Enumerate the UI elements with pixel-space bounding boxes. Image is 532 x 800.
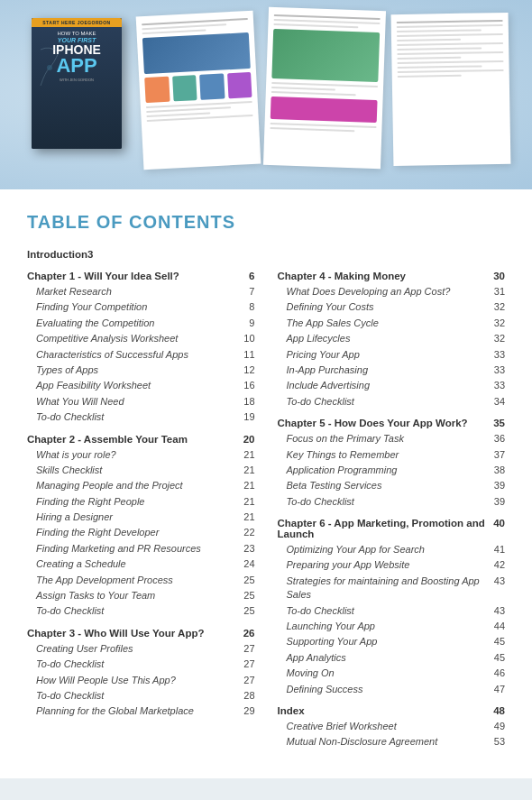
toc-item-title: Application Programming — [287, 464, 398, 477]
page-preview-3 — [391, 13, 511, 166]
toc-item-num: 39 — [487, 479, 505, 492]
toc-item-title: The App Sales Cycle — [287, 317, 379, 330]
toc-item-num: 37 — [487, 448, 505, 462]
toc-item: Creating a Schedule 24 — [27, 557, 255, 571]
toc-item: Focus on the Primary Task 36 — [278, 432, 506, 446]
toc-item-num: 9 — [237, 317, 255, 330]
toc-item-num: 21 — [237, 510, 255, 524]
toc-item: Assign Tasks to Your Team 25 — [27, 589, 255, 602]
toc-item-num: 45 — [487, 651, 505, 665]
toc-item-title: To-do Checklist — [287, 395, 354, 409]
toc-item-num: 44 — [487, 620, 505, 633]
toc-item-num: 31 — [487, 285, 505, 299]
toc-item-title: Managing People and the Project — [36, 479, 183, 492]
toc-item-num: 41 — [487, 543, 505, 556]
chapter-num: 35 — [491, 418, 505, 428]
chapter-heading: Chapter 1 - Will Your Idea Sell? 6 — [27, 271, 255, 281]
toc-item-title: Skills Checklist — [36, 464, 102, 477]
chapter-title: Chapter 2 - Assemble Your Team — [27, 434, 188, 445]
map-decoration-icon — [36, 45, 63, 90]
toc-item: Pricing Your App 33 — [278, 348, 506, 362]
toc-item: The App Development Process 25 — [27, 574, 255, 587]
toc-item-title: The App Development Process — [36, 574, 173, 587]
toc-item-title: Assign Tasks to Your Team — [36, 589, 155, 602]
toc-item: Managing People and the Project 21 — [27, 479, 255, 492]
toc-item-num: 27 — [237, 674, 255, 687]
toc-intro: Introduction 3 — [27, 249, 505, 260]
toc-item-num: 7 — [237, 285, 255, 299]
toc-item: What Does Developing an App Cost? 31 — [278, 285, 506, 299]
toc-item: App Lifecycles 32 — [278, 332, 506, 345]
toc-item-num: 39 — [487, 495, 505, 509]
toc-item: Launching Your App 44 — [278, 620, 506, 633]
toc-item-num: 28 — [237, 689, 255, 703]
toc-item-num: 46 — [487, 667, 505, 680]
toc-item: Moving On 46 — [278, 667, 506, 680]
toc-item-title: App Lifecycles — [287, 332, 351, 345]
toc-item-title: Strategies for maintaining and Boosting … — [287, 575, 488, 602]
toc-item: App Analytics 45 — [278, 651, 506, 665]
toc-item-num: 53 — [487, 735, 505, 749]
toc-item: To-do Checklist 34 — [278, 395, 506, 409]
toc-item: The App Sales Cycle 32 — [278, 317, 506, 330]
toc-item: To-do Checklist 25 — [27, 604, 255, 618]
toc-item: Strategies for maintaining and Boosting … — [278, 575, 506, 602]
toc-item: Creative Brief Worksheet 49 — [278, 720, 506, 733]
toc-item: Include Advertising 33 — [278, 379, 506, 392]
toc-item-title: Supporting Your App — [287, 635, 378, 648]
toc-item: Finding the Right People 21 — [27, 495, 255, 509]
toc-item: Mutual Non-Disclosure Agreement 53 — [278, 735, 506, 749]
toc-right-col: Chapter 4 - Making Money 30 What Does De… — [278, 271, 506, 751]
toc-item-title: To-do Checklist — [36, 689, 104, 703]
toc-item-num: 21 — [237, 479, 255, 492]
toc-item: Supporting Your App 45 — [278, 635, 506, 648]
toc-item-num: 42 — [487, 558, 505, 572]
toc-item: Characteristics of Successful Apps 11 — [27, 348, 255, 362]
toc-item-num: 32 — [487, 317, 505, 330]
toc-item-title: Beta Testing Services — [287, 479, 382, 492]
intro-label: Introduction — [27, 249, 87, 260]
toc-item-num: 33 — [487, 348, 505, 362]
toc-item: Types of Apps 12 — [27, 363, 255, 377]
toc-item: Defining Success 47 — [278, 683, 506, 696]
toc-item-title: Finding the Right Developer — [36, 526, 159, 539]
chapter-num: 6 — [246, 271, 255, 281]
toc-item-title: Creating a Schedule — [36, 557, 126, 571]
toc-title: TABLE OF CONTENTS — [27, 212, 505, 233]
toc-item-title: To-do Checklist — [36, 657, 104, 671]
toc-item-num: 23 — [237, 542, 255, 556]
toc-item-title: Creative Brief Worksheet — [287, 720, 397, 733]
toc-item-num: 33 — [487, 363, 505, 377]
page-preview-1 — [136, 11, 261, 170]
page-preview-2 — [263, 7, 386, 169]
toc-item-title: What Does Developing an App Cost? — [287, 285, 451, 299]
toc-item: What You Will Need 18 — [27, 395, 255, 409]
toc-item-title: What is your role? — [36, 448, 116, 462]
toc-item-num: 11 — [237, 348, 255, 362]
toc-item-title: Finding Marketing and PR Resources — [36, 542, 201, 556]
toc-item-title: Focus on the Primary Task — [287, 432, 404, 446]
toc-item: Beta Testing Services 39 — [278, 479, 506, 492]
toc-item-num: 36 — [487, 432, 505, 446]
toc-item-title: How Will People Use This App? — [36, 674, 176, 687]
toc-item: Competitive Analysis Worksheet 10 — [27, 332, 255, 345]
toc-item-title: What You Will Need — [36, 395, 124, 409]
toc-item-title: Key Things to Remember — [287, 448, 399, 462]
toc-item-title: Preparing your App Website — [287, 558, 410, 572]
toc-item-num: 21 — [237, 464, 255, 477]
toc-item-title: Launching Your App — [287, 620, 375, 633]
chapter-title: Chapter 6 - App Marketing, Promotion and… — [278, 518, 491, 539]
toc-item: To-do Checklist 19 — [27, 410, 255, 424]
toc-item-num: 21 — [237, 448, 255, 462]
toc-item: Optimizing Your App for Search 41 — [278, 543, 506, 556]
book-how-to: HOW TO MAKE — [37, 31, 116, 36]
toc-item: To-do Checklist 27 — [27, 657, 255, 671]
toc-item-title: Finding Your Competition — [36, 300, 147, 314]
toc-item: Defining Your Costs 32 — [278, 300, 506, 314]
chapter-heading: Chapter 4 - Making Money 30 — [278, 271, 506, 281]
toc-item-title: To-do Checklist — [36, 604, 104, 618]
toc-columns: Chapter 1 - Will Your Idea Sell? 6 Marke… — [27, 271, 505, 751]
toc-item-num: 43 — [487, 604, 505, 618]
toc-item-num: 29 — [237, 704, 255, 718]
toc-item: Finding Your Competition 8 — [27, 300, 255, 314]
